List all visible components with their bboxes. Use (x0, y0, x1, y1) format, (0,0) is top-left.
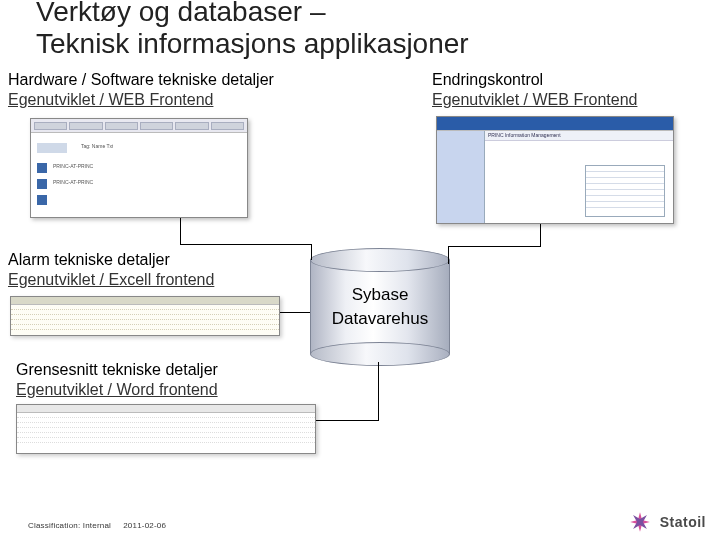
connector (316, 420, 378, 421)
section-hw-sw-sub: Egenutviklet / WEB Frontend (8, 90, 274, 110)
connector (311, 244, 312, 260)
section-hw-sw-heading: Hardware / Software tekniske detaljer (8, 70, 274, 90)
title-line2: Teknisk informasjons applikasjoner (36, 28, 469, 59)
footer-classification-label: Classification: (28, 521, 80, 530)
screenshot-alarm (10, 296, 280, 336)
section-endring: Endringskontrol Egenutviklet / WEB Front… (432, 70, 637, 110)
section-alarm-sub: Egenutviklet / Excell frontend (8, 270, 214, 290)
connector (378, 362, 379, 421)
connector (280, 312, 310, 313)
footer-classification-value: Internal (83, 521, 111, 530)
database-cylinder: Sybase Datavarehus (310, 252, 450, 362)
section-alarm-heading: Alarm tekniske detaljer (8, 250, 214, 270)
connector (180, 244, 312, 245)
title-line1: Verktøy og databaser – (36, 0, 326, 27)
db-label-1: Sybase (352, 285, 409, 305)
section-grense-sub: Egenutviklet / Word frontend (16, 380, 218, 400)
screenshot-hw-sw: Tag: Name Txt PRINC-AT-PRINC PRINC-AT-PR… (30, 118, 248, 218)
section-grense: Grensesnitt tekniske detaljer Egenutvikl… (16, 360, 218, 400)
section-grense-heading: Grensesnitt tekniske detaljer (16, 360, 218, 380)
footer-brand-name: Statoil (660, 514, 706, 530)
db-label-2: Datavarehus (332, 309, 428, 329)
section-endring-heading: Endringskontrol (432, 70, 637, 90)
section-hw-sw: Hardware / Software tekniske detaljer Eg… (8, 70, 274, 110)
section-endring-sub: Egenutviklet / WEB Frontend (432, 90, 637, 110)
connector (180, 218, 181, 244)
slide-title: Verktøy og databaser – Teknisk informasj… (36, 0, 469, 60)
footer: Classification: Internal 2011-02-06 Stat… (0, 506, 720, 540)
section-alarm: Alarm tekniske detaljer Egenutviklet / E… (8, 250, 214, 290)
connector (448, 246, 541, 247)
connector (448, 246, 449, 264)
screenshot-grense (16, 404, 316, 454)
connector (540, 224, 541, 246)
footer-brand: Statoil (626, 508, 706, 536)
footer-date: 2011-02-06 (123, 521, 166, 530)
screenshot-endring: PRINC Information Management (436, 116, 674, 224)
footer-text: Classification: Internal 2011-02-06 (28, 521, 166, 530)
statoil-star-icon (626, 508, 654, 536)
